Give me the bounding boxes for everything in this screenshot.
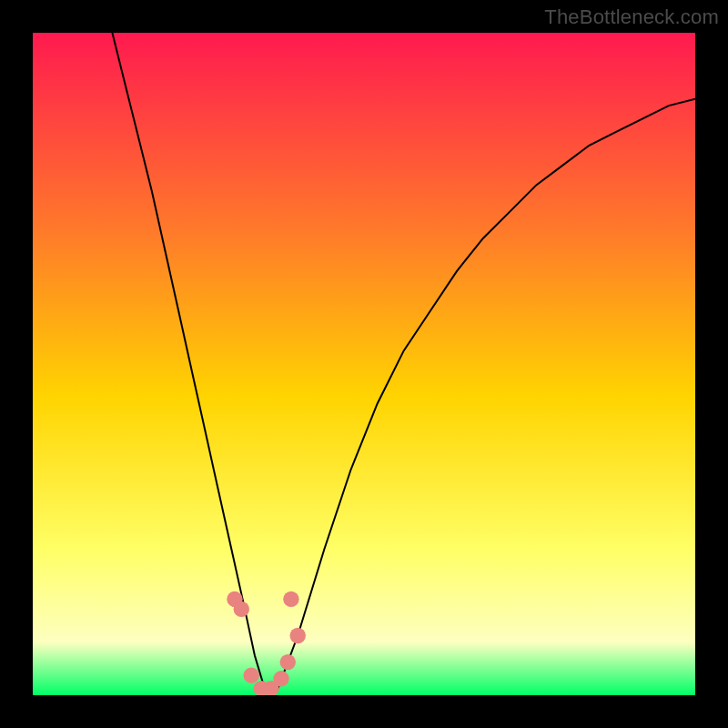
outer-frame: TheBottleneck.com bbox=[0, 0, 728, 728]
watermark-text: TheBottleneck.com bbox=[544, 5, 719, 29]
gradient-background bbox=[33, 33, 695, 695]
marker-dot bbox=[234, 602, 249, 617]
marker-dot bbox=[283, 592, 298, 607]
plot-area bbox=[33, 33, 695, 695]
marker-dot bbox=[244, 668, 259, 683]
marker-dot bbox=[273, 671, 288, 686]
marker-dot bbox=[290, 628, 306, 643]
bottleneck-chart bbox=[33, 33, 695, 695]
marker-dot bbox=[280, 654, 296, 670]
